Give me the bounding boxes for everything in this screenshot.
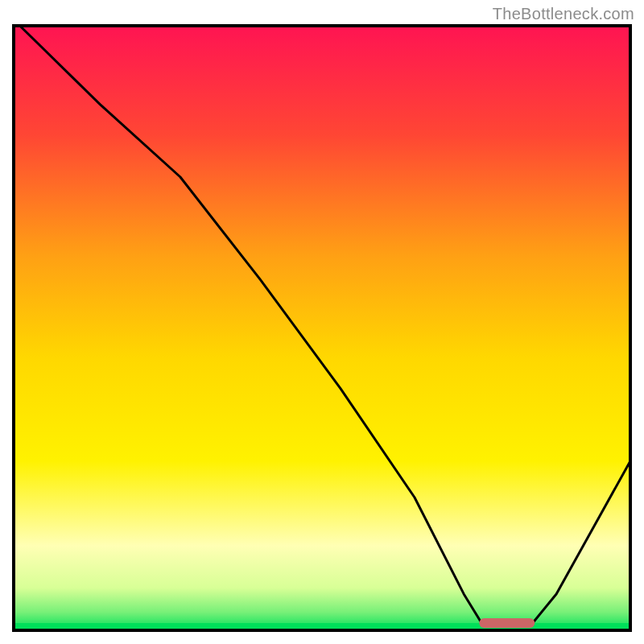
chart-svg [12, 24, 632, 632]
bottleneck-chart [12, 24, 632, 632]
watermark-text: TheBottleneck.com [493, 5, 634, 23]
gradient-background [14, 26, 630, 630]
optimal-marker [479, 618, 535, 628]
